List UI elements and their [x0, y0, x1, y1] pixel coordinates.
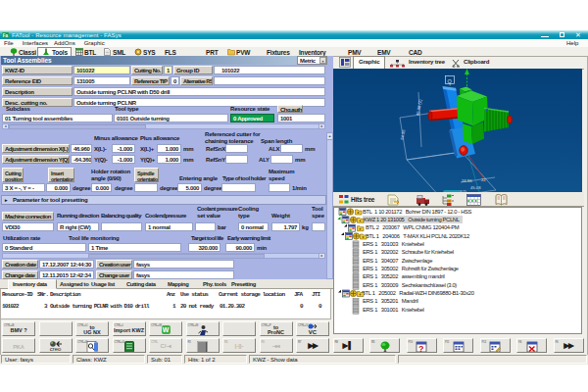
svg-text:Q: Q: [448, 78, 453, 84]
svg-text:22: 22: [481, 177, 486, 182]
svg-text:?: ?: [418, 343, 424, 353]
svg-text:24.96: 24.96: [462, 178, 472, 183]
svg-text:45.08: 45.08: [470, 185, 481, 190]
